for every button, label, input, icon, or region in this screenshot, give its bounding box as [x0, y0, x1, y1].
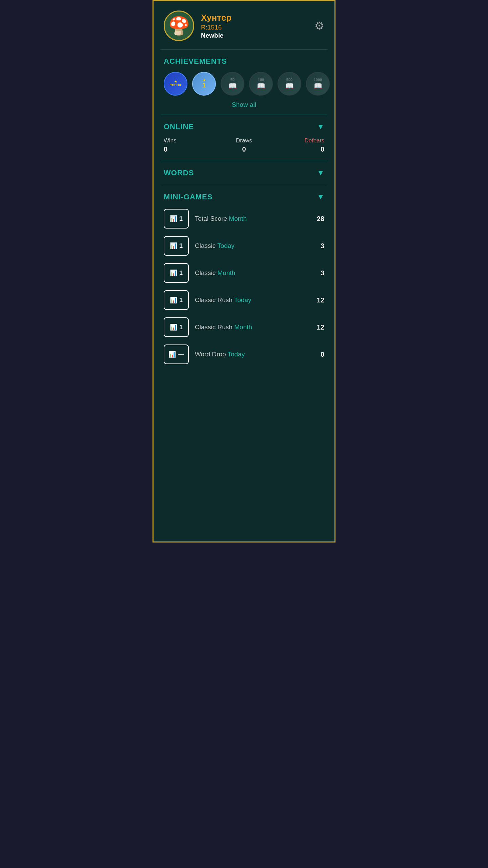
badge-book-100-icon: 📖 [257, 82, 265, 90]
words-header: WORDS ▼ [164, 169, 324, 177]
badge-book-50[interactable]: 50 📖 [221, 72, 244, 96]
header: 🍄 Хунтер R:1516 Newbie ⚙ [154, 1, 334, 49]
words-title: WORDS [164, 169, 194, 177]
wins-label: Wins [164, 137, 217, 144]
draws-label: Draws [217, 137, 271, 144]
mini-game-label-0-text: Total Score [195, 215, 229, 222]
rank-badge-4[interactable]: 📊 1 [164, 317, 189, 337]
mini-games-header: MINI-GAMES ▼ [164, 193, 324, 201]
online-section: ONLINE ▼ Wins 0 Draws 0 Defeats 0 [154, 115, 334, 161]
badge-book-100-number: 100 [258, 78, 264, 82]
online-stats: Wins 0 Draws 0 Defeats 0 [164, 137, 324, 153]
username: Хунтер [201, 13, 314, 23]
badge-book-500-number: 500 [286, 78, 292, 82]
mini-game-label-4-text: Classic Rush [195, 323, 234, 331]
achievements-section: ACHIEVEMENTS ★ТОП-10 ★ 1 50 📖 100 📖 500 … [154, 50, 334, 115]
mini-game-label-1: Classic Today [195, 242, 311, 250]
mini-game-row-4: 📊 1 Classic Rush Month 12 [164, 317, 324, 337]
mini-game-label-5-text: Word Drop [195, 351, 227, 358]
rank-badge-5[interactable]: 📊 — [164, 344, 189, 364]
mini-game-label-3: Classic Rush Today [195, 296, 311, 304]
online-title: ONLINE [164, 122, 194, 131]
rank-badge-5-number: — [178, 351, 184, 358]
mini-game-label-2-text: Classic [195, 269, 218, 276]
words-chevron-icon[interactable]: ▼ [317, 169, 324, 177]
avatar[interactable]: 🍄 [164, 11, 194, 41]
badge-shield-number: 1 [202, 82, 206, 89]
badge-top10-label: ★ТОП-10 [170, 80, 181, 87]
mini-game-row-1: 📊 1 Classic Today 3 [164, 236, 324, 256]
mini-game-label-4: Classic Rush Month [195, 323, 311, 331]
mini-game-row-5: 📊 — Word Drop Today 0 [164, 344, 324, 364]
badge-book-50-number: 50 [230, 78, 235, 82]
rank-badge-3-icon: 📊 [170, 296, 177, 304]
user-rank: Newbie [201, 32, 314, 39]
mini-game-label-2: Classic Month [195, 269, 311, 277]
rank-badge-0-number: 1 [179, 215, 183, 222]
mini-game-label-5: Word Drop Today [195, 351, 311, 358]
rank-badge-4-number: 1 [179, 324, 183, 331]
achievements-title: ACHIEVEMENTS [164, 57, 324, 66]
badge-book-1000[interactable]: 1000 📖 [306, 72, 330, 96]
achievements-badges: ★ТОП-10 ★ 1 50 📖 100 📖 500 📖 1000 📖 [164, 72, 324, 96]
badge-shield[interactable]: ★ 1 [192, 72, 216, 96]
rank-badge-0[interactable]: 📊 1 [164, 209, 189, 229]
rank-badge-2[interactable]: 📊 1 [164, 263, 189, 283]
mini-game-score-0: 28 [311, 215, 324, 223]
mini-game-label-1-text: Classic [195, 242, 217, 249]
badge-book-50-icon: 📖 [228, 82, 237, 90]
mini-game-score-3: 12 [311, 296, 324, 304]
app-container: 🍄 Хунтер R:1516 Newbie ⚙ ACHIEVEMENTS ★Т… [152, 0, 336, 542]
defeats-stat: Defeats 0 [271, 137, 324, 153]
rank-badge-1-icon: 📊 [170, 242, 177, 250]
badge-book-100[interactable]: 100 📖 [249, 72, 273, 96]
badge-book-1000-icon: 📖 [314, 82, 322, 90]
mini-game-score-2: 3 [311, 269, 324, 277]
wins-stat: Wins 0 [164, 137, 217, 153]
mini-game-row-3: 📊 1 Classic Rush Today 12 [164, 290, 324, 310]
mini-game-period-2: Month [218, 269, 236, 276]
mini-game-score-4: 12 [311, 323, 324, 331]
rank-badge-2-icon: 📊 [170, 269, 177, 277]
draws-value: 0 [217, 145, 271, 153]
rank-badge-5-icon: 📊 [168, 351, 176, 358]
mini-games-section: MINI-GAMES ▼ 📊 1 Total Score Month 28 📊 … [154, 185, 334, 379]
rank-badge-3[interactable]: 📊 1 [164, 290, 189, 310]
rank-badge-0-icon: 📊 [170, 215, 177, 222]
online-header: ONLINE ▼ [164, 122, 324, 131]
mini-game-period-1: Today [217, 242, 235, 249]
words-section: WORDS ▼ [154, 161, 334, 185]
user-info: Хунтер R:1516 Newbie [201, 13, 314, 39]
rank-badge-3-number: 1 [179, 297, 183, 304]
mini-game-score-1: 3 [311, 242, 324, 250]
mini-game-period-0: Month [229, 215, 247, 222]
settings-icon[interactable]: ⚙ [314, 19, 324, 32]
mini-game-row-0: 📊 1 Total Score Month 28 [164, 209, 324, 229]
mini-games-list: 📊 1 Total Score Month 28 📊 1 Classic Tod… [164, 209, 324, 364]
mini-games-chevron-icon[interactable]: ▼ [317, 193, 324, 201]
badge-book-500-icon: 📖 [285, 82, 294, 90]
mini-game-score-5: 0 [311, 351, 324, 358]
defeats-label: Defeats [271, 137, 324, 144]
badge-book-500[interactable]: 500 📖 [278, 72, 301, 96]
rank-badge-1-number: 1 [179, 242, 183, 250]
defeats-value: 0 [271, 145, 324, 153]
mini-game-period-4: Month [234, 323, 252, 331]
badge-shield-star: ★ [203, 78, 206, 82]
mini-game-period-3: Today [234, 296, 251, 303]
rank-badge-1[interactable]: 📊 1 [164, 236, 189, 256]
mini-game-label-3-text: Classic Rush [195, 296, 234, 303]
user-rating: R:1516 [201, 24, 314, 31]
show-all-button[interactable]: Show all [164, 101, 324, 108]
draws-stat: Draws 0 [217, 137, 271, 153]
mini-games-title: MINI-GAMES [164, 193, 212, 201]
wins-value: 0 [164, 145, 217, 153]
mini-game-row-2: 📊 1 Classic Month 3 [164, 263, 324, 283]
badge-book-1000-number: 1000 [314, 78, 322, 82]
badge-top10[interactable]: ★ТОП-10 [164, 72, 187, 96]
mini-game-label-0: Total Score Month [195, 215, 311, 222]
online-chevron-icon[interactable]: ▼ [317, 122, 324, 131]
rank-badge-2-number: 1 [179, 270, 183, 277]
rank-badge-4-icon: 📊 [170, 323, 177, 331]
mini-game-period-5: Today [227, 351, 245, 358]
